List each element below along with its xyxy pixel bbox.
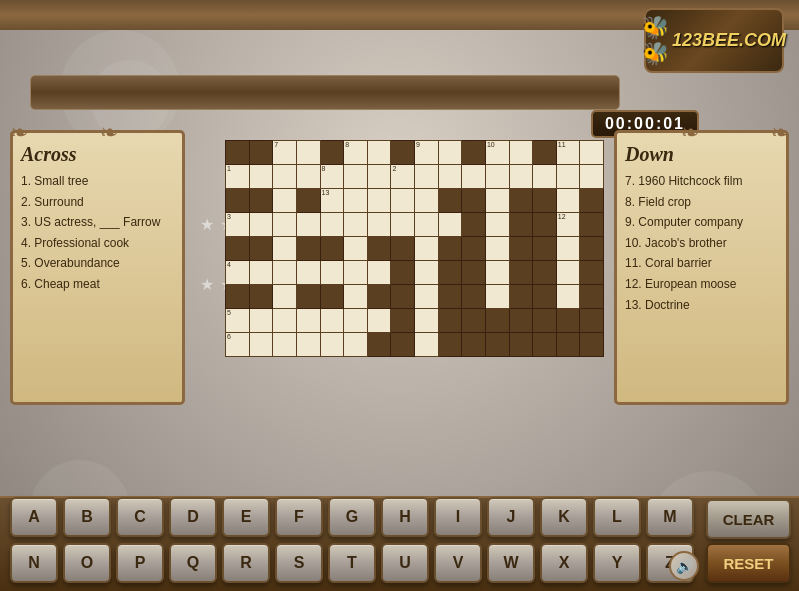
grid-cell[interactable] (296, 141, 320, 165)
grid-cell[interactable] (367, 165, 391, 189)
key-U[interactable]: U (381, 543, 429, 583)
grid-cell[interactable] (344, 213, 368, 237)
grid-cell[interactable] (344, 189, 368, 213)
grid-cell[interactable] (485, 165, 509, 189)
key-P[interactable]: P (116, 543, 164, 583)
grid-cell[interactable] (249, 309, 273, 333)
grid-cell[interactable] (580, 141, 604, 165)
key-W[interactable]: W (487, 543, 535, 583)
grid-cell[interactable] (485, 237, 509, 261)
grid-cell[interactable] (367, 141, 391, 165)
grid-cell[interactable]: 12 (556, 213, 580, 237)
grid-cell[interactable] (296, 165, 320, 189)
grid-cell[interactable] (415, 285, 439, 309)
grid-cell[interactable] (580, 165, 604, 189)
key-S[interactable]: S (275, 543, 323, 583)
grid-cell[interactable] (320, 261, 344, 285)
grid-cell[interactable] (391, 189, 415, 213)
grid-cell[interactable] (273, 285, 297, 309)
grid-cell[interactable]: 9 (415, 141, 439, 165)
key-X[interactable]: X (540, 543, 588, 583)
grid-cell[interactable] (249, 165, 273, 189)
grid-cell[interactable] (320, 309, 344, 333)
key-Q[interactable]: Q (169, 543, 217, 583)
grid-cell[interactable] (485, 189, 509, 213)
key-B[interactable]: B (63, 497, 111, 537)
grid-cell[interactable] (367, 213, 391, 237)
grid-cell[interactable] (273, 189, 297, 213)
grid-cell[interactable] (415, 309, 439, 333)
grid-cell[interactable] (273, 333, 297, 357)
reset-button[interactable]: RESET (706, 543, 791, 583)
key-N[interactable]: N (10, 543, 58, 583)
grid-cell[interactable] (556, 285, 580, 309)
grid-cell[interactable]: 8 (344, 141, 368, 165)
grid-cell[interactable] (415, 213, 439, 237)
grid-cell[interactable] (296, 213, 320, 237)
grid-cell[interactable] (249, 261, 273, 285)
grid-cell[interactable] (438, 213, 462, 237)
grid-cell[interactable] (556, 165, 580, 189)
grid-cell[interactable] (415, 237, 439, 261)
key-H[interactable]: H (381, 497, 429, 537)
grid-cell[interactable] (273, 261, 297, 285)
grid-cell[interactable] (556, 189, 580, 213)
grid-cell[interactable] (273, 213, 297, 237)
grid-cell[interactable] (273, 309, 297, 333)
grid-cell[interactable] (344, 285, 368, 309)
key-Y[interactable]: Y (593, 543, 641, 583)
key-G[interactable]: G (328, 497, 376, 537)
grid-cell[interactable] (509, 165, 533, 189)
grid-cell[interactable] (273, 237, 297, 261)
grid-cell[interactable] (367, 309, 391, 333)
grid-cell[interactable]: 7 (273, 141, 297, 165)
key-M[interactable]: M (646, 497, 694, 537)
grid-cell[interactable] (296, 333, 320, 357)
key-A[interactable]: A (10, 497, 58, 537)
key-L[interactable]: L (593, 497, 641, 537)
grid-cell[interactable] (438, 165, 462, 189)
sound-button[interactable]: 🔊 (669, 551, 699, 581)
key-J[interactable]: J (487, 497, 535, 537)
grid-cell[interactable] (533, 165, 557, 189)
crossword-grid[interactable]: 7 8 9 10 11 1 8 2 (225, 140, 604, 357)
grid-cell[interactable] (249, 333, 273, 357)
key-F[interactable]: F (275, 497, 323, 537)
grid-cell[interactable]: 3 (226, 213, 250, 237)
grid-cell[interactable] (296, 309, 320, 333)
grid-cell[interactable]: 10 (485, 141, 509, 165)
grid-cell[interactable]: 4 (226, 261, 250, 285)
grid-cell[interactable]: 13 (320, 189, 344, 213)
grid-cell[interactable] (556, 237, 580, 261)
grid-cell[interactable] (249, 213, 273, 237)
grid-cell[interactable] (296, 261, 320, 285)
key-O[interactable]: O (63, 543, 111, 583)
grid-cell[interactable] (344, 333, 368, 357)
grid-cell[interactable] (556, 261, 580, 285)
key-R[interactable]: R (222, 543, 270, 583)
grid-cell[interactable] (415, 261, 439, 285)
grid-cell[interactable] (415, 189, 439, 213)
grid-cell[interactable] (344, 309, 368, 333)
grid-cell[interactable]: 11 (556, 141, 580, 165)
clear-button[interactable]: CLEAR (706, 499, 791, 539)
grid-cell[interactable] (367, 261, 391, 285)
key-V[interactable]: V (434, 543, 482, 583)
grid-cell[interactable] (320, 213, 344, 237)
grid-cell[interactable]: 2 (391, 165, 415, 189)
grid-cell[interactable] (391, 213, 415, 237)
grid-cell[interactable]: 8 (320, 165, 344, 189)
grid-cell[interactable] (367, 189, 391, 213)
grid-cell[interactable] (485, 285, 509, 309)
key-D[interactable]: D (169, 497, 217, 537)
grid-cell[interactable] (273, 165, 297, 189)
grid-cell[interactable]: 6 (226, 333, 250, 357)
key-K[interactable]: K (540, 497, 588, 537)
grid-cell[interactable] (509, 141, 533, 165)
grid-cell[interactable] (485, 213, 509, 237)
grid-cell[interactable]: 5 (226, 309, 250, 333)
grid-cell[interactable]: 1 (226, 165, 250, 189)
grid-cell[interactable] (344, 165, 368, 189)
grid-cell[interactable] (344, 237, 368, 261)
key-I[interactable]: I (434, 497, 482, 537)
